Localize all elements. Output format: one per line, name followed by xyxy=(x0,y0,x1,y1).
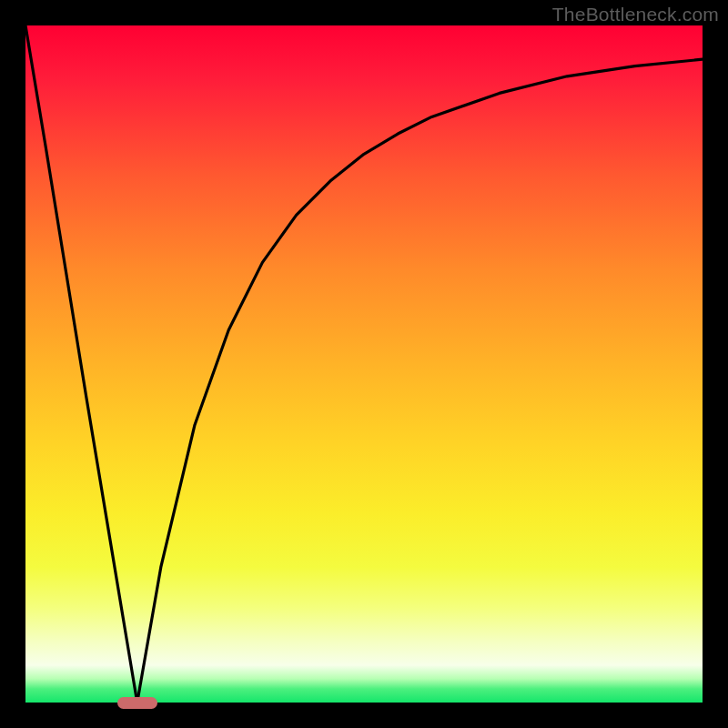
curve-left-branch xyxy=(25,25,137,703)
watermark-text: TheBottleneck.com xyxy=(552,4,719,25)
curve-layer xyxy=(25,25,703,703)
chart-frame: TheBottleneck.com xyxy=(0,0,728,728)
optimal-point-marker xyxy=(117,697,157,709)
curve-right-branch xyxy=(137,59,703,703)
plot-area xyxy=(25,25,703,703)
